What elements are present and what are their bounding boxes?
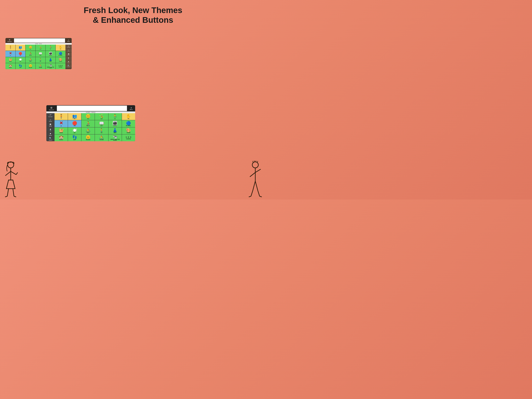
cell-eat[interactable]: 🍽️ EAT: [16, 57, 25, 63]
keyboard-button-bottom[interactable]: ⊞ Keyboard: [46, 105, 57, 111]
keyboard-label-top: Keyboard: [7, 41, 12, 42]
cell-that[interactable]: ✋ that: [56, 45, 66, 51]
sidebar-search-bottom[interactable]: 🔍 Search: [46, 137, 55, 141]
cell-feelings[interactable]: 😐 FEELINGS: [25, 63, 35, 69]
cell-like-b[interactable]: 😊 like: [81, 113, 95, 120]
svg-point-9: [252, 162, 258, 168]
cell-eat-b[interactable]: 🍽️ EAT: [68, 127, 81, 134]
sidebar-goback-top[interactable]: ↩ Go back: [65, 45, 72, 49]
up-icon-bottom: ▲: [50, 128, 52, 130]
topbar-top: ⊞ Keyboard ≡ Menu: [6, 38, 72, 43]
sidebar-quick-bottom[interactable]: ◉ Quick: [46, 122, 55, 127]
cell-play[interactable]: 🚴 PLAY: [25, 57, 35, 63]
breadcrumb-bottom: HOME > BASIC: [46, 111, 135, 113]
sidebar-up-top[interactable]: ▲ Up: [65, 56, 72, 60]
device-bottom: ⊞ Keyboard ≡ Menu HOME > BASIC ↩ Go back: [46, 105, 135, 141]
device-top: ⊞ Keyboard ≡ Menu HOME > BASIC 🧍 I: [6, 38, 72, 69]
sidebar-bottom: ↩ Go back ⌂ Home ◉ Quick ▲ Up ▼ Down: [46, 113, 55, 141]
menu-button-top[interactable]: ≡ Menu: [65, 38, 72, 43]
svg-line-7: [5, 196, 7, 197]
search-icon-top: 🔍: [68, 65, 70, 66]
cell-helpme[interactable]: 🧑‍🦽 help me: [25, 51, 35, 57]
cell-feelings-b[interactable]: 😐 FEELINGS: [81, 135, 95, 141]
sidebar-down-top[interactable]: ▼ Down: [65, 60, 72, 64]
cell-want-b[interactable]: 🤸 want: [95, 113, 108, 120]
cell-helpme-b[interactable]: 🧑‍🦽 help me: [81, 120, 95, 127]
cell-i-b[interactable]: 🧍 I: [55, 113, 68, 120]
svg-line-18: [260, 196, 262, 197]
sidebar-home-top[interactable]: ⌂ Home: [65, 49, 72, 52]
cell-go-b[interactable]: 🚶 GO: [95, 127, 108, 134]
menu-button-bottom[interactable]: ≡ Menu: [127, 105, 135, 111]
sidebar-quick-top[interactable]: ◉ Quick: [65, 52, 72, 56]
cell-do-b[interactable]: 🏃 do: [108, 113, 122, 120]
cell-people[interactable]: 👨‍👩‍👧 PEOPLE: [45, 51, 56, 57]
sidebar-down-bottom[interactable]: ▼ Down: [46, 132, 55, 137]
text-field-bottom[interactable]: [57, 106, 127, 111]
svg-line-5: [7, 189, 9, 196]
cell-actions[interactable]: 🚴 ACTIONS: [36, 63, 45, 69]
cell-wear[interactable]: 👗 WEAR: [45, 57, 56, 63]
goback-icon-top: ↩: [68, 45, 69, 47]
cell-bigsmall-b[interactable]: 🔵 BIG, SMALL: [122, 120, 135, 127]
cell-colors-top[interactable]: 🎨 COLORS: [56, 57, 66, 63]
cell-i[interactable]: 🧍 I: [6, 45, 15, 51]
cell-counting-top[interactable]: 1 2 3 COUNTING: [56, 63, 66, 69]
title-line1: Fresh Look, New Themes: [84, 6, 182, 15]
text-field-top[interactable]: [14, 38, 65, 43]
cell-stop[interactable]: 🛑 stop: [16, 51, 25, 57]
sidebar-up-bottom[interactable]: ▲ Up: [46, 127, 55, 132]
down-icon-top: ▼: [68, 61, 69, 63]
cell-stop-b[interactable]: 🛑 stop: [68, 120, 81, 127]
home-icon-bottom: ⌂: [50, 118, 51, 121]
cell-you[interactable]: 👥 you: [16, 45, 25, 51]
cell-body-b[interactable]: 👣 BODY: [68, 135, 81, 141]
cell-things[interactable]: 🧺 THINGS: [6, 57, 15, 63]
sidebar-goback-bottom[interactable]: ↩ Go back: [46, 113, 55, 118]
search-icon-bottom: 🔍: [49, 137, 52, 140]
cell-like[interactable]: 😊 like: [25, 45, 35, 51]
sidebar-home-bottom[interactable]: ⌂ Home: [46, 118, 55, 122]
grid-bottom: 🧍 I 👥 you 😊 like 🤸 want 🏃 do: [55, 113, 135, 141]
topbar-bottom: ⊞ Keyboard ≡ Menu: [46, 105, 135, 111]
cell-colors-bottom[interactable]: 🎨 COLORS: [122, 127, 135, 134]
cell-gone-b[interactable]: 📖 gone: [95, 120, 108, 127]
cell-play-b[interactable]: 🚴 PLAY: [81, 127, 95, 134]
cell-animals[interactable]: 🐄 ANIMALS, BIRDS AND PLANTS: [45, 63, 56, 69]
svg-line-17: [249, 196, 251, 197]
cell-want[interactable]: 🤸 want: [36, 45, 45, 51]
cell-actions-b[interactable]: 🚴 ACTIONS: [95, 135, 108, 141]
cell-school-b[interactable]: 🏫 SCHOOL: [55, 135, 68, 141]
cell-you-b[interactable]: 👥 you: [68, 113, 81, 120]
cell-animals-b[interactable]: 🐄 ANIMALS, BIRDS AND PLANTS: [108, 135, 122, 141]
svg-line-8: [14, 196, 16, 197]
cell-do[interactable]: 🏃 do: [45, 45, 56, 51]
cell-things-b[interactable]: 🧺 THINGS: [55, 127, 68, 134]
aac-device-top: ⊞ Keyboard ≡ Menu HOME > BASIC 🧍 I: [6, 38, 72, 69]
keyboard-button-top[interactable]: ⊞ Keyboard: [6, 38, 14, 43]
cell-not[interactable]: ✕ not: [6, 51, 15, 57]
main-area-bottom: ↩ Go back ⌂ Home ◉ Quick ▲ Up ▼ Down: [46, 113, 135, 141]
grid-top: 🧍 I 👥 you 😊 like 🤸 want 🏃 do: [6, 45, 65, 69]
cell-body[interactable]: 👣 BODY: [16, 63, 25, 69]
cell-that-b[interactable]: ✋ that: [122, 113, 135, 120]
cell-not-b[interactable]: ✕ not: [55, 120, 68, 127]
down-icon-bottom: ▼: [50, 133, 52, 135]
sidebar-search-top[interactable]: 🔍 Search: [65, 64, 72, 68]
cell-go[interactable]: 🚶 GO: [36, 57, 45, 63]
quick-icon-top: ◉: [68, 53, 69, 55]
goback-icon-bottom: ↩: [50, 114, 51, 116]
cell-people-b[interactable]: 👨‍👩‍👧 PEOPLE: [108, 120, 122, 127]
cell-counting-bottom[interactable]: 1 2 3 COUNTING: [122, 135, 135, 141]
page-title: Fresh Look, New Themes & Enhanced Button…: [0, 0, 266, 25]
breadcrumb-top: HOME > BASIC: [6, 43, 72, 45]
svg-line-12: [255, 169, 261, 172]
cell-gone[interactable]: 📖 gone: [36, 51, 45, 57]
quick-icon-bottom: ◉: [50, 123, 51, 125]
cell-bigsmall[interactable]: 🔵 BIG, SMALL: [56, 51, 66, 57]
svg-line-16: [258, 191, 260, 196]
cell-wear-b[interactable]: 👗 WEAR: [108, 127, 122, 134]
title-line2: & Enhanced Buttons: [93, 15, 173, 25]
sidebar-top: ↩ Go back ⌂ Home ◉ Quick ▲ Up ▼ Down: [65, 45, 72, 69]
cell-school[interactable]: 🏫 SCHOOL: [6, 63, 15, 69]
